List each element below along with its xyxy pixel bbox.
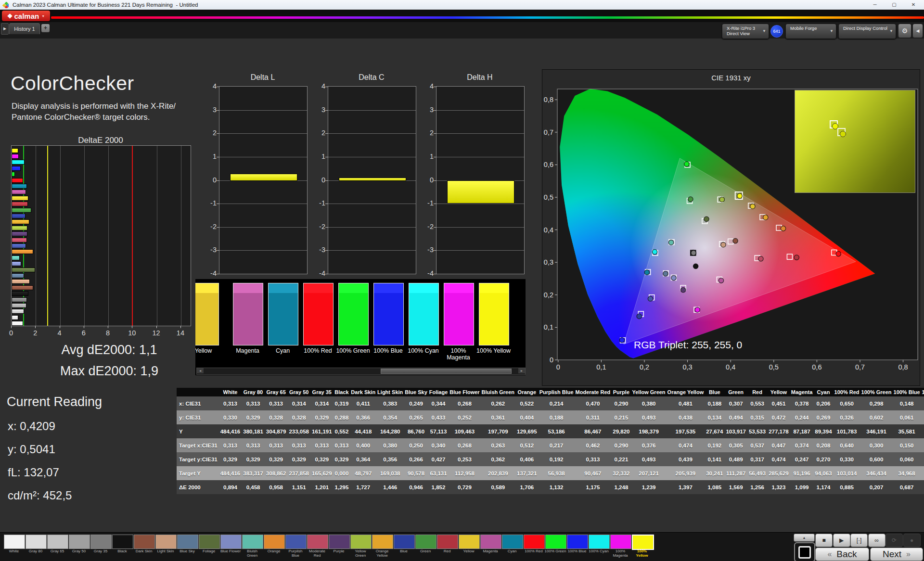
toolbar-patch-green[interactable] [415,535,436,549]
table-cell: 90,578 [404,466,428,480]
display-control-dropdown[interactable]: Direct Display Control ▼ [838,24,896,39]
table-cell: 86,760 [404,424,428,438]
delta-h-chart: 43210-1-2-3-4 [436,86,525,274]
table-cell: 0,250 [404,438,428,452]
play-button[interactable]: ▶ [833,534,850,547]
toolbar-patch-purple[interactable] [329,535,350,549]
table-cell: 44,418 [350,424,376,438]
calman-menu-button[interactable]: ❖ calman ▼ [2,11,50,21]
toolbar-patch-red[interactable] [437,535,458,549]
gridline [328,157,416,157]
toolbar-patch-gray-50[interactable] [69,535,90,549]
toolbar-patch-gray-65[interactable] [47,535,68,549]
toolbar-patch-black[interactable] [112,535,133,549]
settings-button[interactable]: ⚙ [898,24,911,38]
toolbar-patch-dark-skin[interactable] [134,535,155,549]
table-cell: 0,650 [834,396,860,410]
toolbar-patch-100-red[interactable] [524,535,545,549]
toolbar-patch-label: Orange [263,549,285,554]
back-button[interactable]: « Back [815,548,869,561]
toolbar-patch-100-magenta[interactable] [610,535,631,549]
meter-status-accent [722,24,724,38]
scrollbar-thumb[interactable] [381,369,512,374]
toolbar-patch-bluish-green[interactable] [242,535,263,549]
patch-swatch-magenta[interactable] [233,283,263,345]
toolbar-patch-foliage[interactable] [199,535,220,549]
next-button[interactable]: Next » [870,548,923,561]
svg-text:0,8: 0,8 [544,96,553,103]
toolbar-patch-gray-80[interactable] [26,535,47,549]
y-tick-label: -1 [205,199,217,207]
maximize-icon[interactable]: ▢ [885,0,904,10]
add-tab-button[interactable]: + [41,24,50,32]
toolbar-patch-magenta[interactable] [480,535,501,549]
close-icon[interactable]: ✕ [904,0,923,10]
table-cell: 0,383 [376,396,404,410]
patch-swatch-100-yellow[interactable] [479,283,509,345]
toolbar-patch-purplish-blue[interactable] [285,535,307,549]
deltae-bar-blue-flower [12,261,21,266]
toolbar-patch-cyan[interactable] [502,535,523,549]
table-cell: 0,462 [575,438,612,452]
y-tick-label: 4 [205,82,217,90]
toolbar-patch-yellow[interactable] [459,535,480,549]
read-single-button[interactable]: [·] [850,534,868,547]
deltae-bar-dark-skin [12,285,33,290]
toolbar-patch-blue-flower[interactable] [220,535,242,549]
toolbar-patch-label: White [3,549,25,554]
toolbar-patch-gray-35[interactable] [90,535,112,549]
axis-tick [217,157,219,157]
table-cell: 0,344 [428,396,449,410]
patch-swatch-label: 100% Cyan [406,347,441,354]
patch-panel-expand-button[interactable]: ▲ [794,534,815,542]
toolbar-patch-blue-sky[interactable] [177,535,198,549]
meter-count-badge: 641 [770,25,783,38]
chevrons-left-icon: « [827,550,832,559]
table-col-header: Blue Sky [404,388,428,396]
stop-button[interactable]: ■ [815,534,833,547]
toolbar-patch-white[interactable] [4,535,25,549]
app-window: Calman 2023 Calman Ultimate for Business… [0,0,924,561]
patch-swatch-100-green[interactable] [338,283,369,345]
tab-history-1[interactable]: History 1 [9,23,40,34]
meter-dropdown[interactable]: X-Rite i1Pro 3 Direct View ▼ [722,24,769,39]
toolbar-patch-orange-yellow[interactable] [372,535,393,549]
axis-tick [217,180,219,181]
toolbar-patch-yellow-green[interactable] [350,535,372,549]
source-dropdown[interactable]: Mobile Forge ▼ [785,24,836,39]
toolbar-patch-label: Gray 50 [68,549,90,554]
deltae-chart-title: DeltaE 2000 [11,136,190,145]
toolbar-patch-blue[interactable] [394,535,415,549]
toolbar-patch-label: Cyan [501,549,523,554]
patch-swatch-100-red[interactable] [303,283,334,345]
table-cell: 0,481 [667,396,705,410]
axis-tick [434,87,436,87]
toolbar-patch-moderate-red[interactable] [307,535,328,549]
toolbar-patch-100-cyan[interactable] [589,535,610,549]
toolbar-patch-100-yellow[interactable] [632,535,654,550]
minimize-icon[interactable]: ─ [865,0,885,10]
read-continuous-button[interactable]: ∞ [868,534,886,547]
patch-swatch-yellow[interactable] [195,283,219,345]
toolbar-patch-light-skin[interactable] [155,535,177,549]
scroll-left-icon[interactable]: ◄ [197,368,204,373]
patch-window-button[interactable] [794,542,815,561]
patch-strip-scrollbar[interactable]: ◄ ► [196,368,526,375]
scroll-right-icon[interactable]: ► [518,368,525,373]
toolbar-patch-100-blue[interactable] [567,535,588,549]
toolbar-patch-100-green[interactable] [545,535,566,549]
patch-swatch-cyan[interactable] [268,283,298,345]
tab-scroll-arrow[interactable]: ▶ [1,23,9,35]
refresh-icon: ⟳ [892,537,897,544]
axis-tick-label: 4 [54,329,65,337]
axis-tick-label: 6 [78,329,90,337]
collapse-panel-button[interactable]: ◀ [912,24,923,38]
toolbar-patch-label: Purple [328,549,350,554]
toolbar-patch-label: Blue Sky [176,549,198,554]
patch-swatch-100-blue[interactable] [373,283,404,345]
toolbar-patch-orange[interactable] [264,535,285,549]
table-col-header: Purplish Blue [539,388,575,396]
patch-swatch-100-cyan[interactable] [409,283,439,345]
patch-swatch-100-magenta[interactable] [444,283,474,345]
table-cell: 27,674 [705,424,724,438]
